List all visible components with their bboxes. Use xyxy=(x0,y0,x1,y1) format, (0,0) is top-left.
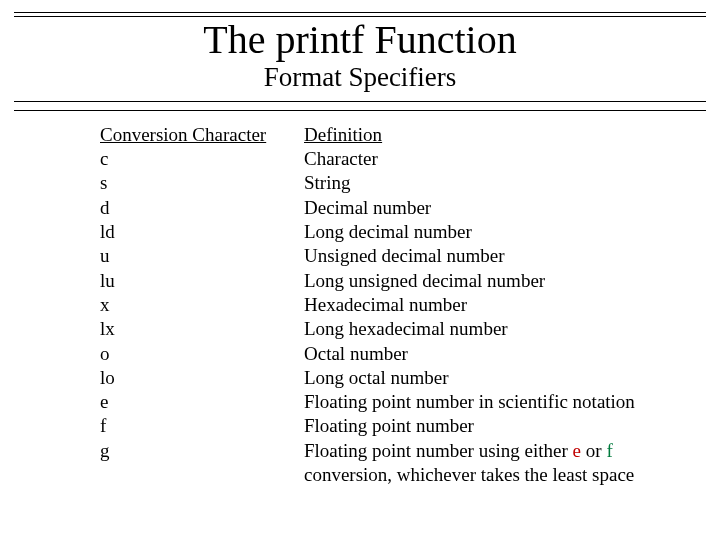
cell-def: Unsigned decimal number xyxy=(304,244,704,268)
table-row: e Floating point number in scientific no… xyxy=(100,390,704,414)
cell-def: Floating point number xyxy=(304,414,704,438)
def-text: or xyxy=(581,440,606,461)
cell-def: Long hexadecimal number xyxy=(304,317,704,341)
table-row: o Octal number xyxy=(100,342,704,366)
slide-inner: The printf Function Format Specifiers Co… xyxy=(14,12,706,530)
cell-char: lx xyxy=(100,317,304,341)
cell-char: f xyxy=(100,414,304,438)
def-f-highlight: f xyxy=(606,440,612,461)
table-row: lu Long unsigned decimal number xyxy=(100,269,704,293)
divider-mid-1 xyxy=(14,101,706,102)
header-definition: Definition xyxy=(304,123,704,147)
cell-char: o xyxy=(100,342,304,366)
table-row: d Decimal number xyxy=(100,196,704,220)
def-text: conversion, whichever takes the least sp… xyxy=(304,464,634,485)
cell-char: lo xyxy=(100,366,304,390)
page-title: The printf Function xyxy=(14,19,706,61)
cell-char: x xyxy=(100,293,304,317)
cell-def: Character xyxy=(304,147,704,171)
cell-char: s xyxy=(100,171,304,195)
table-header-row: Conversion Character Definition xyxy=(100,123,704,147)
cell-char: e xyxy=(100,390,304,414)
cell-def: Long octal number xyxy=(304,366,704,390)
divider-top-1 xyxy=(14,12,706,13)
slide-frame: The printf Function Format Specifiers Co… xyxy=(0,0,720,540)
cell-char: ld xyxy=(100,220,304,244)
table-row: s String xyxy=(100,171,704,195)
table-row: g Floating point number using either e o… xyxy=(100,439,704,488)
table-row: c Character xyxy=(100,147,704,171)
table-row: lo Long octal number xyxy=(100,366,704,390)
cell-def: Long unsigned decimal number xyxy=(304,269,704,293)
table-row: lx Long hexadecimal number xyxy=(100,317,704,341)
def-text: Floating point number using either xyxy=(304,440,573,461)
cell-char: c xyxy=(100,147,304,171)
def-e-highlight: e xyxy=(573,440,581,461)
cell-def: String xyxy=(304,171,704,195)
cell-def: Octal number xyxy=(304,342,704,366)
cell-def: Hexadecimal number xyxy=(304,293,704,317)
cell-char: d xyxy=(100,196,304,220)
header-conversion-character: Conversion Character xyxy=(100,123,304,147)
content-area: Conversion Character Definition c Charac… xyxy=(14,117,706,488)
cell-def: Floating point number in scientific nota… xyxy=(304,390,704,414)
table-row: x Hexadecimal number xyxy=(100,293,704,317)
table-row: u Unsigned decimal number xyxy=(100,244,704,268)
cell-char: lu xyxy=(100,269,304,293)
table-row: f Floating point number xyxy=(100,414,704,438)
cell-def: Decimal number xyxy=(304,196,704,220)
table-row: ld Long decimal number xyxy=(100,220,704,244)
cell-def: Floating point number using either e or … xyxy=(304,439,704,488)
page-subtitle: Format Specifiers xyxy=(14,63,706,93)
cell-def: Long decimal number xyxy=(304,220,704,244)
cell-char: u xyxy=(100,244,304,268)
divider-mid-2 xyxy=(14,110,706,111)
cell-char: g xyxy=(100,439,304,488)
